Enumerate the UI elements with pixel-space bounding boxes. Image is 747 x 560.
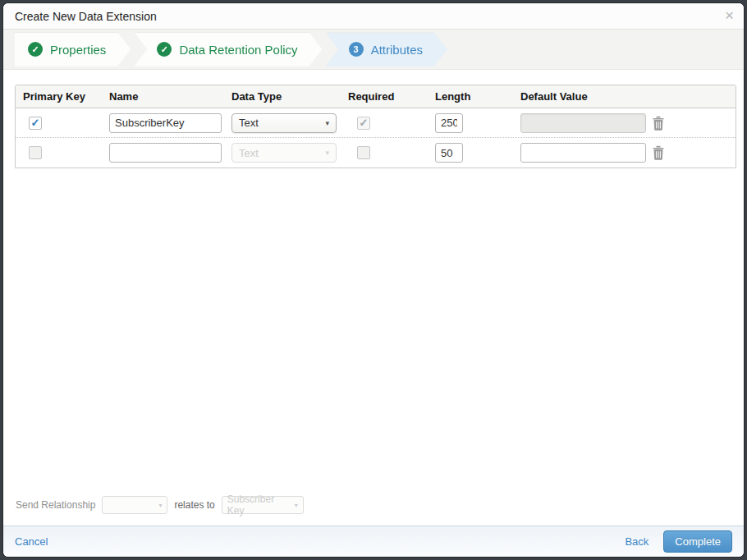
step-number-badge: 3 (349, 42, 364, 57)
column-header-primary-key: Primary Key (23, 90, 109, 103)
wizard-step-attributes[interactable]: 3 Attributes (326, 33, 447, 67)
wizard-step-data-retention-policy[interactable]: ✓ Data Retention Policy (134, 33, 322, 67)
required-checkbox-disabled: ✓ (357, 117, 370, 130)
attributes-table: Primary Key Name Data Type Required Leng… (15, 85, 736, 168)
attribute-row-empty: Text ▾ (16, 138, 736, 168)
back-link[interactable]: Back (625, 535, 648, 548)
modal-content: Primary Key Name Data Type Required Leng… (3, 70, 744, 526)
data-type-select[interactable]: Text ▾ (231, 113, 337, 133)
data-type-select-disabled: Text ▾ (231, 143, 337, 163)
step-complete-check-icon: ✓ (28, 42, 43, 57)
name-input[interactable] (109, 143, 222, 163)
column-header-required: Required (348, 90, 435, 103)
default-value-input[interactable] (520, 143, 646, 163)
length-input[interactable] (435, 143, 463, 163)
modal-title-bar: Create New Data Extension × (3, 3, 744, 30)
primary-key-checkbox[interactable] (29, 146, 42, 159)
data-type-value: Text (239, 117, 259, 129)
attribute-row-subscriberkey: ✓ Text ▾ ✓ (16, 108, 736, 138)
modal-title: Create New Data Extension (15, 10, 157, 23)
step-label: Data Retention Policy (179, 43, 297, 57)
data-type-value: Text (239, 147, 259, 159)
trash-icon[interactable] (652, 145, 665, 160)
default-value-input-disabled (520, 113, 646, 133)
complete-button[interactable]: Complete (663, 530, 732, 553)
step-label: Attributes (371, 43, 423, 57)
primary-key-checkbox[interactable]: ✓ (29, 117, 42, 130)
wizard-step-properties[interactable]: ✓ Properties (15, 33, 131, 67)
chevron-down-icon: ▾ (325, 119, 329, 127)
trash-icon[interactable] (652, 116, 665, 131)
relates-to-label: relates to (174, 499, 214, 511)
send-relationship-row: Send Relationship ▾ relates to Subscribe… (3, 491, 744, 519)
column-header-length: Length (435, 90, 520, 103)
column-header-default-value: Default Value (520, 90, 652, 103)
subscriber-key-value: Subscriber Key (227, 493, 290, 516)
send-relationship-label: Send Relationship (16, 499, 95, 511)
attributes-table-header: Primary Key Name Data Type Required Leng… (16, 85, 736, 108)
chevron-down-icon: ▾ (158, 502, 162, 509)
step-complete-check-icon: ✓ (157, 42, 172, 57)
modal-footer: Cancel Back Complete (3, 526, 744, 557)
length-input[interactable] (435, 113, 463, 133)
close-icon[interactable]: × (725, 7, 734, 23)
create-data-extension-modal: Create New Data Extension × ✓ Properties… (3, 3, 744, 557)
cancel-link[interactable]: Cancel (15, 535, 48, 548)
name-input[interactable] (109, 113, 222, 133)
chevron-down-icon: ▾ (295, 502, 298, 509)
column-header-name: Name (109, 90, 231, 103)
column-header-data-type: Data Type (231, 90, 348, 103)
step-label: Properties (50, 43, 106, 57)
wizard-step-bar: ✓ Properties ✓ Data Retention Policy 3 A… (3, 30, 744, 70)
chevron-down-icon: ▾ (325, 149, 329, 157)
subscriber-key-select-disabled: Subscriber Key ▾ (222, 496, 304, 514)
send-relationship-select-disabled: ▾ (102, 496, 167, 514)
required-checkbox[interactable] (357, 146, 370, 159)
